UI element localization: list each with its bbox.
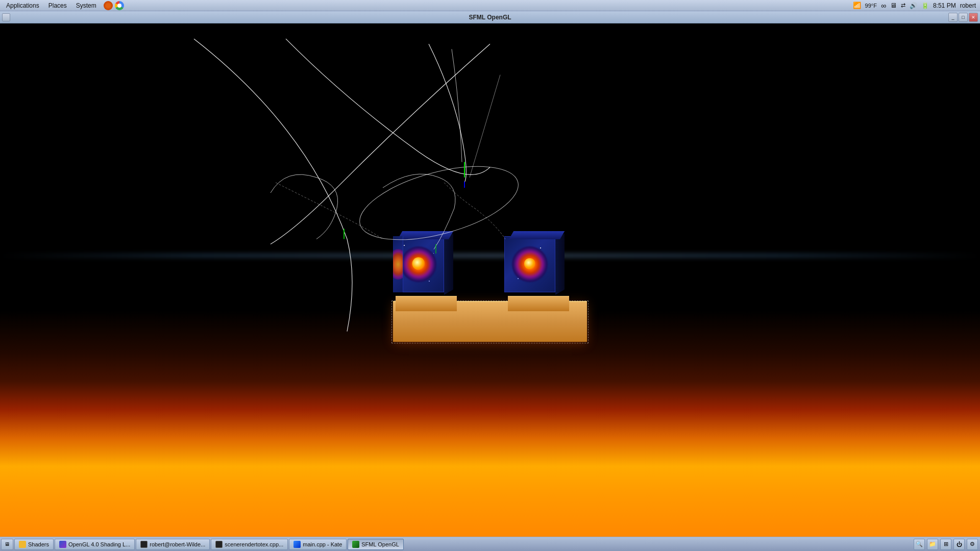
network-icon: 📶 <box>853 2 861 9</box>
show-desktop-button[interactable]: 🖥 <box>1 539 13 550</box>
sky-horizon <box>0 255 980 537</box>
left-cube-top <box>398 231 453 239</box>
shaders-icon <box>19 541 26 548</box>
arrow-icon: ⇄ <box>901 2 905 9</box>
sky-glow <box>0 255 980 537</box>
taskbar-scene[interactable]: scenerendertotex.cpp... <box>211 539 288 550</box>
taskbar-right: 🔍 📁 ⊞ ⏻ ⚙ <box>914 539 980 550</box>
taskbar-opengl[interactable]: OpenGL 4.0 Shading L... <box>55 539 135 550</box>
taskbar-settings-button[interactable]: ⚙ <box>967 539 978 550</box>
taskbar-applist-button[interactable]: ⊞ <box>940 539 951 550</box>
terminal-label: robert@robert-Wilde... <box>150 541 205 547</box>
menu-system[interactable]: System <box>72 1 101 10</box>
right-cube <box>504 236 566 297</box>
sfml-icon <box>352 541 359 548</box>
right-cube-side <box>555 233 565 294</box>
clock: 8:51 PM <box>933 2 956 9</box>
sfml-label: SFML OpenGL <box>361 541 399 547</box>
opengl-label: OpenGL 4.0 Shading L... <box>68 541 130 547</box>
close-button[interactable]: ✕ <box>969 13 978 22</box>
window-controls-right: _ □ ✕ <box>948 13 978 22</box>
bottom-taskbar: 🖥 Shaders OpenGL 4.0 Shading L... robert… <box>0 537 980 551</box>
scene-icon <box>215 541 223 548</box>
left-cube-side <box>444 233 453 294</box>
window-menu-button[interactable] <box>2 13 10 21</box>
left-cube-base <box>396 296 457 311</box>
temperature-display: 99°F <box>865 3 877 9</box>
user-label: robert <box>960 2 976 9</box>
top-bar-quick-launch <box>104 1 124 10</box>
top-taskbar: Applications Places System 📶 99°F ∞ 🖥 ⇄ … <box>0 0 980 11</box>
taskbar-sfml[interactable]: SFML OpenGL <box>348 539 404 550</box>
menu-places[interactable]: Places <box>44 1 71 10</box>
minimize-button[interactable]: _ <box>948 13 958 22</box>
speaker-icon: 🔊 <box>910 2 917 9</box>
firefox-icon[interactable] <box>104 1 113 10</box>
right-cube-base <box>508 296 569 311</box>
taskbar-terminal[interactable]: robert@robert-Wilde... <box>136 539 210 550</box>
battery-icon: 🔋 <box>921 2 929 9</box>
haze-band <box>0 254 980 258</box>
taskbar-folder-button[interactable]: 📁 <box>927 539 938 550</box>
taskbar-search-button[interactable]: 🔍 <box>914 539 925 550</box>
kate-label: main.cpp - Kate <box>303 541 342 547</box>
taskbar-kate[interactable]: main.cpp - Kate <box>289 539 347 550</box>
right-cube-top <box>509 231 565 239</box>
top-bar-right: 📶 99°F ∞ 🖥 ⇄ 🔊 🔋 8:51 PM robert <box>853 2 980 10</box>
chrome-icon[interactable] <box>115 1 124 10</box>
infinity-icon: ∞ <box>881 2 886 10</box>
taskbar-power-button[interactable]: ⏻ <box>953 539 965 550</box>
top-bar-menu: Applications Places System <box>0 1 124 10</box>
window-controls-left <box>2 13 10 21</box>
terminal-icon <box>140 541 148 548</box>
window-titlebar: SFML OpenGL _ □ ✕ <box>0 11 980 23</box>
maximize-button[interactable]: □ <box>959 13 968 22</box>
shaders-label: Shaders <box>28 541 49 547</box>
opengl-icon <box>59 541 66 548</box>
taskbar-shaders[interactable]: Shaders <box>14 539 54 550</box>
menu-applications[interactable]: Applications <box>2 1 43 10</box>
taskbar-apps: Shaders OpenGL 4.0 Shading L... robert@r… <box>14 539 914 550</box>
window-title: SFML OpenGL <box>469 14 511 21</box>
scene-label: scenerendertotex.cpp... <box>225 541 283 547</box>
kate-icon <box>293 541 301 548</box>
display-icon: 🖥 <box>890 2 897 9</box>
left-cube <box>393 236 454 297</box>
gl-canvas <box>0 23 980 537</box>
